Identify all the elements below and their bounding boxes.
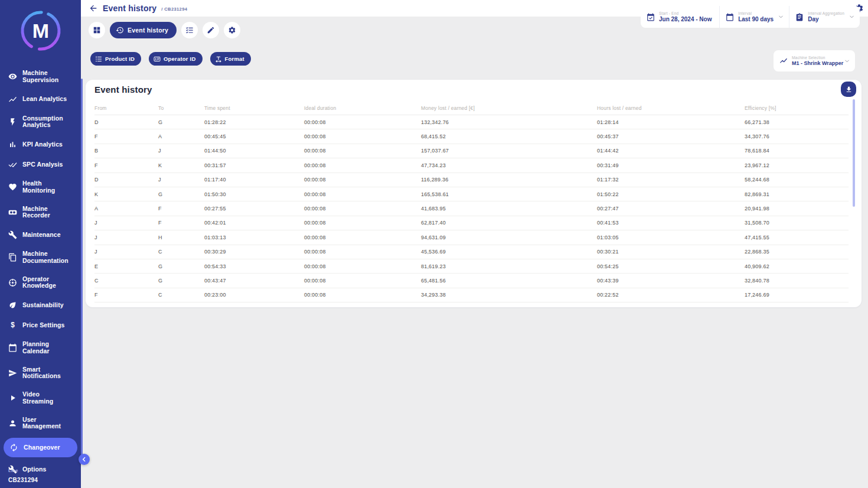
table-cell: 58,244.68 xyxy=(745,177,849,183)
page: M Machine SupervisionLean AnalyticsConsu… xyxy=(0,0,868,488)
card-title: Event history xyxy=(94,84,152,95)
aggregation-control[interactable]: Interval Aggregation Day xyxy=(789,6,860,28)
sidebar-item-price-settings[interactable]: $Price Settings xyxy=(8,321,76,330)
interval-value: Last 90 days xyxy=(738,16,774,22)
line-label: Line xyxy=(8,468,38,473)
table-cell: 165,538.61 xyxy=(421,191,597,197)
table-row: CG00:43:4700:00:0865,481.5600:43:3932,84… xyxy=(94,274,849,288)
sidebar-item-consumption-analytics[interactable]: Consumption Analytics xyxy=(8,115,76,129)
calendar-icon xyxy=(726,13,734,21)
table-cell: 00:00:08 xyxy=(304,148,421,154)
sidebar-item-label: Video Streaming xyxy=(22,391,71,405)
interval-label: Interval xyxy=(738,11,774,15)
table-cell: 17,246.69 xyxy=(745,292,849,298)
table-cell: 01:03:13 xyxy=(204,235,304,240)
filter-button-operator-id[interactable]: Operator ID xyxy=(149,52,202,66)
table-cell: H xyxy=(158,235,204,240)
sidebar-item-video-streaming[interactable]: Video Streaming xyxy=(8,391,76,405)
chevron-down-icon xyxy=(778,14,784,20)
pen-icon xyxy=(207,26,215,34)
table-cell: 40,909.62 xyxy=(745,263,849,269)
table-cell: 116,289.36 xyxy=(421,177,597,183)
sidebar-item-kpi-analytics[interactable]: KPI Analytics xyxy=(8,140,76,149)
interval-control[interactable]: Interval Last 90 days xyxy=(719,6,789,28)
event-history-table: FromToTime spentIdeal durationMoney lost… xyxy=(94,101,849,302)
sidebar-item-changeover[interactable]: Changeover xyxy=(4,438,77,457)
start-end-control[interactable]: Start - End Jun 28, 2024 - Now xyxy=(641,6,719,28)
table-cell: F xyxy=(94,134,158,139)
table-cell: G xyxy=(158,263,204,269)
grid-icon xyxy=(93,26,101,34)
bolt-icon xyxy=(8,118,17,126)
sidebar-item-sustainability[interactable]: Sustainability xyxy=(8,301,76,310)
filter-button-format[interactable]: Format xyxy=(210,52,251,66)
table-cell: G xyxy=(158,119,204,125)
sidebar-item-label: Health Monitoring xyxy=(22,180,71,194)
table-cell: 00:54:25 xyxy=(597,263,745,269)
sidebar-scrollbar[interactable] xyxy=(81,79,83,460)
tab-event-history[interactable]: Event history xyxy=(110,22,177,38)
table-cell: 00:41:53 xyxy=(597,220,745,226)
sidebar-item-spc-analysis[interactable]: SPC Analysis xyxy=(8,160,76,169)
table-cell: K xyxy=(158,162,204,168)
table-cell: 00:45:45 xyxy=(204,134,304,139)
svg-text:$: $ xyxy=(11,321,15,329)
sidebar-item-lean-analytics[interactable]: Lean Analytics xyxy=(8,95,76,104)
table-cell: 81,619.23 xyxy=(421,263,597,269)
sidebar-item-label: Machine Documentation xyxy=(22,250,71,265)
sidebar-item-smart-notifications[interactable]: Smart Notifications xyxy=(8,366,76,380)
machine-selection-control[interactable]: Machine Selection M1 - Shrink Wrapper xyxy=(774,50,855,71)
table-cell: 00:42:01 xyxy=(204,220,304,226)
sidebar-collapse-button[interactable] xyxy=(79,454,90,465)
back-button[interactable] xyxy=(89,4,98,13)
table-cell: 01:28:22 xyxy=(204,119,304,125)
checklist-icon xyxy=(185,26,194,34)
format-icon xyxy=(215,56,222,63)
table-cell: 00:00:08 xyxy=(304,249,421,255)
column-header-to: To xyxy=(158,105,204,111)
table-row: DJ01:17:4000:00:08116,289.3601:17:3258,2… xyxy=(94,173,849,187)
grid-view-button[interactable] xyxy=(89,22,105,38)
table-cell: 94,631.09 xyxy=(421,235,597,240)
table-scrollbar[interactable] xyxy=(853,99,855,207)
checklist-view-button[interactable] xyxy=(181,22,198,38)
sidebar-item-label: Sustainability xyxy=(22,302,64,309)
table-cell: 22,868.35 xyxy=(745,249,849,255)
sidebar-item-machine-supervision[interactable]: Machine Supervision xyxy=(8,70,76,84)
sidebar-item-label: Planning Calendar xyxy=(22,341,71,355)
sidebar-item-health-monitoring[interactable]: Health Monitoring xyxy=(8,180,76,194)
calendar-check-icon xyxy=(647,13,655,21)
send-icon xyxy=(8,369,17,378)
filter-button-product-id[interactable]: Product ID xyxy=(90,52,141,66)
table-row: JC00:30:2900:00:0845,536.6900:30:2122,86… xyxy=(94,245,849,259)
logo-ring-icon: M xyxy=(18,8,63,53)
badge-icon xyxy=(154,56,161,63)
main-content: Event history / CB231294 Event history S… xyxy=(81,0,868,488)
sidebar-item-operator-knowledge[interactable]: Operator Knowledge xyxy=(8,276,76,290)
table-cell: 00:31:49 xyxy=(597,162,745,168)
sidebar-item-machine-recorder[interactable]: Machine Recorder xyxy=(8,206,76,220)
table-cell: 41,683.95 xyxy=(421,206,597,212)
table-cell: 00:30:29 xyxy=(204,249,304,255)
app-logo: M xyxy=(0,0,81,61)
sidebar-item-machine-documentation[interactable]: Machine Documentation xyxy=(8,250,76,265)
sidebar-item-user-management[interactable]: User Management xyxy=(8,417,76,431)
table-cell: 01:17:32 xyxy=(597,177,745,183)
download-button[interactable] xyxy=(841,82,856,97)
table-cell: 65,481.56 xyxy=(421,278,597,284)
table-cell: 34,293.38 xyxy=(421,292,597,298)
table-cell: 00:43:47 xyxy=(204,278,304,284)
column-header-ideal-duration: Ideal duration xyxy=(304,105,421,111)
table-cell: 157,037.67 xyxy=(421,148,597,154)
chevron-down-icon xyxy=(844,58,850,64)
table-row: JF00:42:0100:00:0862,817.4000:41:5331,50… xyxy=(94,216,849,230)
download-icon xyxy=(845,86,853,93)
sidebar-item-planning-calendar[interactable]: Planning Calendar xyxy=(8,341,76,355)
edit-view-button[interactable] xyxy=(203,22,219,38)
settings-view-button[interactable] xyxy=(224,22,240,38)
knowledge-icon xyxy=(8,278,17,287)
sidebar-item-maintenance[interactable]: Maintenance xyxy=(8,230,76,239)
sidebar-item-label: Lean Analytics xyxy=(22,96,67,103)
table-cell: C xyxy=(158,249,204,255)
sidebar-item-label: Changeover xyxy=(24,444,60,451)
